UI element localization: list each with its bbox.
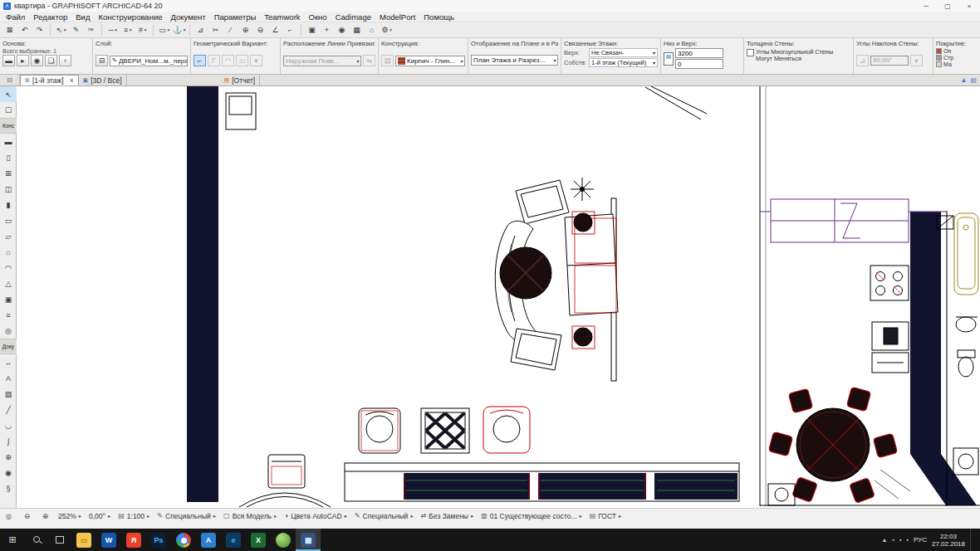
polygon-corners-checkbox[interactable]	[747, 49, 754, 56]
maximize-button[interactable]: ▢	[937, 0, 958, 12]
slant-angle-input[interactable]	[870, 56, 909, 66]
composite-icon[interactable]: ▤	[381, 55, 394, 66]
pan-icon[interactable]: +	[320, 23, 334, 37]
elevation-reference-icon[interactable]	[664, 52, 674, 66]
model-view-options-select[interactable]: ▢Вся Модель▸	[223, 510, 277, 521]
trim-scissors-icon[interactable]: ✂	[208, 23, 223, 37]
blue-office-app-icon[interactable]: W	[96, 529, 121, 551]
object-tool[interactable]: ◎	[0, 323, 17, 339]
menu-item-4[interactable]: Документ	[166, 12, 209, 22]
pen-weight-icon[interactable]: ≡▾	[120, 23, 135, 37]
mesh-tool[interactable]: △	[0, 276, 17, 291]
menu-item-2[interactable]: Вид	[71, 12, 94, 22]
zoom-level-select[interactable]: 252%▸	[58, 510, 81, 521]
text-tool[interactable]: A	[0, 370, 17, 386]
refline-combo[interactable]: Наружная Пове... ▾	[283, 56, 361, 66]
renovation-override-select[interactable]: ⇄Без Замены▸	[421, 510, 474, 521]
home-story-icon[interactable]: ⌂	[365, 23, 379, 37]
chained-wall-icon[interactable]: Г	[208, 55, 220, 66]
fill-tool[interactable]: ▨	[0, 386, 17, 402]
slab-tool[interactable]: ▱	[0, 228, 17, 244]
window-split-icon[interactable]: ⊟	[0, 75, 20, 85]
coating-option-0[interactable]: Оп	[943, 48, 951, 54]
archicad-window-icon[interactable]: ▦	[296, 529, 321, 551]
column-tool[interactable]: ▮	[0, 197, 17, 212]
rotation-angle-select[interactable]: 0,00°▸	[89, 510, 110, 521]
minimize-button[interactable]: ─	[915, 0, 937, 12]
menu-item-5[interactable]: Параметры	[210, 12, 261, 22]
yandex-browser-icon[interactable]: Я	[121, 529, 146, 551]
tab-3d-all[interactable]: ▣ [3D / Все]	[79, 75, 127, 85]
task-view-button[interactable]	[48, 529, 71, 551]
select-same-icon[interactable]: ◉	[31, 55, 43, 66]
hidden-icons-chevron[interactable]: ▲	[882, 537, 888, 543]
tray-icon-1[interactable]: ▪	[892, 537, 894, 543]
clock[interactable]: 22:03 27.02.2018	[932, 533, 965, 548]
line-type-icon[interactable]: ─▾	[105, 23, 120, 37]
cursor-select-icon[interactable]: ↖▾	[54, 23, 68, 37]
palette-section-construction[interactable]: Конс	[0, 118, 17, 134]
stories-own-select[interactable]: 1-й этаж (Текущий) ▾	[589, 58, 658, 67]
bottom-elevation-input[interactable]	[675, 59, 723, 69]
hotspot-tool[interactable]: ⊕	[0, 449, 17, 465]
layer-combo[interactable]: ✎ ДВЕРИ_Ном...м._пера_7 ⇅	[110, 56, 188, 66]
archicad-icon[interactable]: A	[196, 529, 221, 551]
close-tab-icon[interactable]: ×	[70, 76, 74, 85]
tab-first-floor[interactable]: ⊞ [1-й этаж] ×	[20, 75, 79, 85]
top-elevation-input[interactable]	[675, 48, 723, 58]
window-tool[interactable]: ⊞	[0, 165, 17, 181]
edge-browser-icon[interactable]: e	[221, 529, 246, 551]
dimension-standard-select[interactable]: ▤ГОСТ▸	[590, 510, 622, 521]
start-button[interactable]: ⊞	[0, 529, 25, 551]
gravity-anchor-icon[interactable]: ⚓▾	[172, 23, 186, 37]
menu-item-0[interactable]: Файл	[2, 12, 29, 22]
straight-wall-icon[interactable]: ⌐	[194, 55, 206, 66]
skylight-tool[interactable]: ◫	[0, 181, 17, 197]
roof-tool[interactable]: ⌂	[0, 244, 17, 260]
office-excel-icon[interactable]: X	[246, 529, 271, 551]
marquee-restore-icon[interactable]: ⊠	[2, 23, 17, 37]
layer-settings-icon[interactable]: ⊟	[96, 55, 108, 66]
fit-in-window-icon[interactable]: ▣	[305, 23, 319, 37]
file-explorer-icon[interactable]: ▭	[71, 529, 96, 551]
menu-item-8[interactable]: Cadimage	[331, 12, 375, 22]
geometry-more-icon[interactable]: ▾	[250, 55, 262, 66]
action-center-button[interactable]	[970, 529, 978, 551]
zoom-in-icon[interactable]: ⊕	[40, 510, 51, 521]
pen-icon[interactable]: ✑	[84, 23, 98, 37]
structure-combo[interactable]: Кирпич - Глин... ▾	[395, 56, 465, 66]
drawing-canvas[interactable]	[17, 86, 980, 508]
pencil-icon[interactable]: ✎	[69, 23, 83, 37]
shell-tool[interactable]: ◠	[0, 260, 17, 276]
section-tool[interactable]: §	[0, 480, 17, 496]
cloud-sync-icon[interactable]: ▲	[961, 76, 968, 84]
grid-snap-icon[interactable]: #▾	[135, 23, 149, 37]
slant-angle-icon[interactable]: ⊿	[856, 55, 869, 66]
menu-item-1[interactable]: Редактор	[29, 12, 71, 22]
layer-combination-select[interactable]: ✎Специальный▸	[355, 510, 414, 521]
rect-wall-icon[interactable]: ▭	[236, 55, 248, 66]
language-indicator[interactable]: РУС	[914, 536, 927, 544]
palette-section-document[interactable]: Доку	[0, 339, 17, 354]
tab-list-icon[interactable]: ▤	[970, 76, 977, 84]
door-tool[interactable]: ▯	[0, 149, 17, 165]
split-icon[interactable]: ∕	[223, 23, 238, 37]
photoshop-icon[interactable]: Ps	[146, 529, 171, 551]
menu-item-6[interactable]: Teamwork	[260, 12, 304, 22]
display-combo[interactable]: План Этажа и Разрез... ▾	[471, 55, 558, 66]
menu-item-3[interactable]: Конструирование	[94, 12, 166, 22]
pen-set-select[interactable]: ✎Специальный▸	[157, 510, 216, 521]
close-button[interactable]: ×	[958, 0, 980, 12]
angle-icon[interactable]: ∠	[268, 23, 282, 37]
chrome-icon[interactable]	[171, 529, 196, 551]
select-arrow-tool[interactable]: ↖	[0, 86, 17, 102]
nav-preview-icon[interactable]: ◎	[3, 510, 14, 521]
comment-icon[interactable]: ❏	[45, 55, 57, 66]
beam-tool[interactable]: ▭	[0, 212, 17, 228]
slant-more-icon[interactable]: ▾	[910, 55, 923, 66]
camera-icon[interactable]: ◉	[335, 23, 349, 37]
stories-top-select[interactable]: Не Связан- ▾	[589, 48, 658, 57]
more-basis-icon[interactable]: ›	[59, 55, 71, 66]
zoom-out-icon[interactable]: ⊖	[253, 23, 267, 37]
zoom-out-icon[interactable]: ⊖	[22, 510, 32, 521]
